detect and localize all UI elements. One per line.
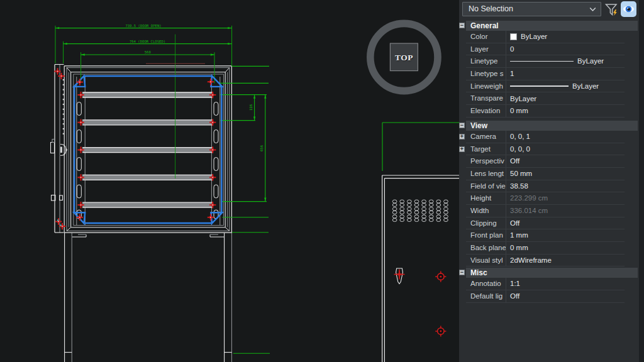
property-value[interactable]: Off [506, 155, 625, 167]
section-title[interactable]: Misc [466, 268, 638, 278]
eye-icon [621, 1, 636, 17]
point-marker-icon [80, 204, 81, 205]
point-marker-icon [79, 217, 80, 217]
lineweight-sample [510, 85, 569, 87]
property-value[interactable]: 0 mm [506, 242, 625, 254]
property-value[interactable]: ByLayer [506, 92, 625, 104]
property-row: Front plan1 mm [459, 229, 639, 242]
viewcube-label[interactable]: TOP [395, 53, 413, 62]
toggle-value-display-button[interactable] [621, 1, 636, 17]
point-marker-icon [61, 75, 62, 76]
property-value[interactable]: 0 mm [506, 105, 625, 117]
property-value[interactable]: 1:1 [506, 278, 625, 290]
property-label: Elevation [466, 105, 506, 117]
selection-dropdown-value: No Selection [469, 4, 513, 13]
point-marker-icon [213, 177, 213, 178]
dim-text: 560 [145, 50, 151, 54]
shelf-rail [82, 92, 213, 97]
property-value[interactable]: 38.58 [506, 180, 625, 192]
section-title[interactable]: General [466, 21, 638, 31]
point-marker-icon [79, 82, 80, 82]
collapse-section-icon[interactable]: − [459, 123, 465, 128]
property-label: Target [466, 143, 506, 155]
point-marker-icon [57, 71, 58, 72]
property-row: Lens lengt50 mm [459, 168, 639, 180]
property-label: Front plan [466, 229, 506, 241]
section-title[interactable]: View [466, 121, 638, 131]
property-label: Perspectiv [466, 155, 506, 167]
linetype-sample [510, 61, 574, 62]
property-value[interactable]: 336.014 cm [506, 205, 625, 217]
target-marker-icon [440, 276, 441, 278]
dim-text: 739.5 (DOOR OPEN) [125, 24, 161, 28]
expand-property-icon[interactable]: + [459, 134, 465, 140]
section-view: −View+Camera0, 0, 1+Target0, 0, 0Perspec… [459, 121, 639, 267]
property-value[interactable]: 50 mm [506, 168, 625, 180]
dim-text: 764 (DOOR CLOSED) [130, 40, 165, 43]
property-row: Visual styl2dWireframe [459, 255, 639, 267]
section-general: −GeneralColorByLayerLayer0LinetypeByLaye… [459, 21, 639, 118]
property-label: Linetype s [466, 68, 506, 80]
property-value[interactable]: ByLayer [506, 31, 625, 43]
color-swatch[interactable] [510, 33, 517, 40]
expand-property-icon[interactable]: + [459, 146, 465, 152]
property-value[interactable]: ByLayer [506, 80, 625, 92]
property-label: Visual styl [466, 255, 506, 266]
property-value[interactable]: 0 [506, 43, 625, 55]
quick-filter-icon[interactable] [604, 2, 619, 17]
property-label: Default lig [466, 290, 506, 302]
property-label: Lineweigh [466, 80, 506, 92]
selection-dropdown[interactable]: No Selection [462, 2, 601, 16]
point-marker-icon [213, 122, 213, 123]
property-label: Transpare [466, 92, 506, 104]
property-row: Annotatio1:1 [459, 278, 639, 290]
property-label: Annotatio [466, 278, 506, 290]
point-marker-icon [213, 204, 213, 205]
property-label: Camera [466, 131, 506, 143]
point-marker-icon [210, 217, 211, 217]
property-row: PerspectivOff [459, 155, 639, 168]
property-row: ClippingOff [459, 217, 639, 230]
point-marker-icon [213, 150, 213, 150]
property-row: +Camera0, 0, 1 [459, 131, 639, 143]
property-label: Field of vie [466, 180, 506, 192]
property-row: +Target0, 0, 0 [459, 143, 639, 156]
section-misc: −MiscAnnotatio1:1Default ligOff [459, 268, 639, 302]
property-row: TranspareByLayer [459, 92, 639, 105]
dim-text: 656 [260, 145, 264, 151]
properties-sections: −GeneralColorByLayerLayer0LinetypeByLaye… [459, 21, 639, 306]
property-value[interactable]: Off [506, 217, 625, 229]
property-row: LinetypeByLayer [459, 55, 639, 68]
point-marker-icon [80, 94, 81, 95]
property-value[interactable]: 2dWireframe [506, 255, 625, 266]
property-row: Back plane0 mm [459, 242, 639, 255]
property-row: Elevation0 mm [459, 105, 639, 118]
property-value[interactable]: Off [506, 290, 625, 302]
model-space-viewport[interactable]: 739.5 (DOOR OPEN)764 (DOOR CLOSED)560116… [0, 0, 459, 362]
target-marker-icon [440, 331, 441, 332]
property-value[interactable]: 1 mm [506, 229, 625, 241]
property-label: Lens lengt [466, 168, 506, 180]
collapse-section-icon[interactable]: − [459, 23, 465, 28]
property-value[interactable]: 0, 0, 1 [506, 131, 625, 143]
property-row: Height223.299 cm [459, 192, 639, 205]
property-row: ColorByLayer [459, 31, 639, 43]
property-value[interactable]: ByLayer [506, 55, 625, 67]
osnap-dot [57, 219, 58, 221]
point-marker-icon [62, 226, 62, 226]
property-row: Default ligOff [459, 290, 639, 303]
property-label: Color [466, 31, 506, 43]
palette-edge-strip [639, 0, 644, 362]
shelf-rail [82, 148, 213, 153]
point-marker-icon [80, 177, 81, 178]
property-row: Linetype s1 [459, 68, 639, 80]
shelf-rail [82, 202, 213, 207]
property-value[interactable]: 1 [506, 68, 625, 80]
point-marker-icon [58, 221, 58, 222]
collapse-section-icon[interactable]: − [459, 270, 465, 275]
property-value[interactable]: 223.299 cm [506, 192, 625, 204]
property-label: Linetype [466, 55, 506, 67]
property-value[interactable]: 0, 0, 0 [506, 143, 625, 155]
properties-palette: No Selection −GeneralColorByLayerLayer0L… [459, 0, 639, 362]
property-label: Layer [466, 43, 506, 55]
